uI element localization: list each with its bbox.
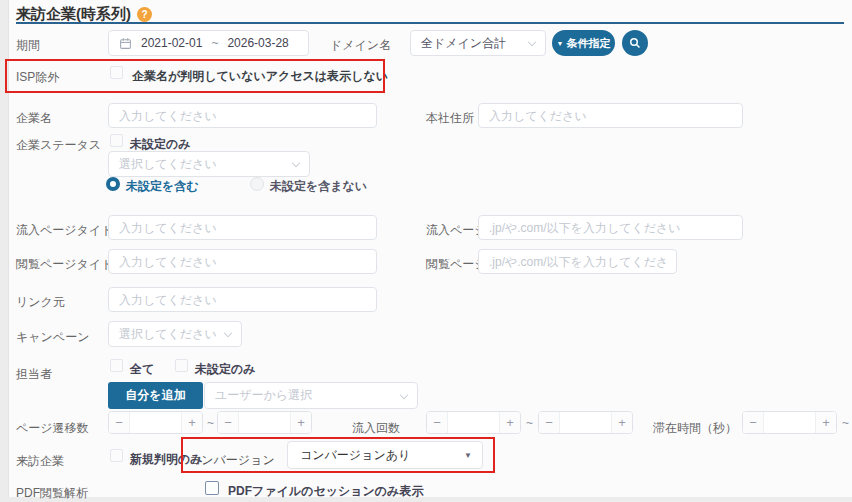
caret-down-icon: ▼ — [557, 40, 564, 47]
caret-down-icon: ▼ — [464, 451, 472, 460]
minus-button[interactable]: − — [427, 412, 448, 433]
chevron-down-icon — [224, 329, 232, 337]
isp-label: ISP除外 — [16, 69, 59, 86]
inflow-count-label: 流入回数 — [352, 420, 400, 437]
status-select[interactable]: 選択してください — [108, 151, 310, 177]
inflow-count-min-stepper: − + — [426, 411, 521, 434]
conversion-select[interactable]: コンバージョンあり ▼ — [287, 441, 483, 469]
status-unset-only-checkbox[interactable] — [110, 134, 123, 147]
page-transitions-max-input[interactable] — [239, 412, 290, 433]
minus-button[interactable]: − — [109, 412, 130, 433]
referrer-label: リンク元 — [16, 294, 65, 311]
status-select-placeholder: 選択してください — [119, 156, 217, 173]
company-name-label: 企業名 — [16, 110, 52, 127]
chevron-down-icon — [292, 159, 300, 167]
title-underline — [16, 22, 844, 24]
isp-option-label[interactable]: 企業名が判明していないアクセスは表示しない — [132, 68, 388, 85]
stay-time-min-input[interactable] — [764, 412, 815, 433]
pdf-session-checkbox[interactable] — [205, 481, 219, 495]
campaign-label: キャンペーン — [16, 329, 89, 346]
user-select-placeholder: ユーザーから選択 — [215, 387, 312, 404]
date-to-value[interactable]: 2026-03-28 — [227, 36, 288, 50]
exclude-unset-label[interactable]: 未設定を含まない — [270, 178, 367, 195]
pdf-analysis-label: PDF閲覧解析 — [16, 485, 88, 502]
calendar-icon — [119, 37, 132, 50]
add-self-button[interactable]: 自分を追加 — [108, 382, 203, 409]
conversion-label: コンバージョン — [189, 452, 275, 469]
stay-time-label: 滞在時間（秒） — [653, 420, 737, 437]
inflow-count-min-input[interactable] — [448, 412, 499, 433]
page-transitions-min-stepper: − + — [108, 411, 203, 434]
page-transitions-min-input[interactable] — [130, 412, 181, 433]
search-icon — [629, 37, 641, 49]
domain-select[interactable]: 全ドメイン合計 — [410, 30, 546, 56]
new-only-checkbox[interactable] — [110, 449, 123, 462]
company-status-label: 企業ステータス — [16, 137, 101, 154]
staff-all-label[interactable]: 全て — [130, 361, 154, 378]
pdf-session-label[interactable]: PDFファイルのセッションのみ表示 — [228, 483, 423, 500]
staff-all-checkbox[interactable] — [110, 359, 123, 372]
hq-address-input[interactable] — [478, 103, 743, 128]
inflow-url-input[interactable] — [478, 215, 743, 240]
inflow-page-title-input[interactable] — [108, 215, 377, 240]
range-tilde: ~ — [526, 416, 533, 430]
chevron-down-icon — [400, 390, 408, 398]
date-range-picker[interactable]: 2021-02-01 ~ 2026-03-28 — [108, 30, 309, 56]
minus-button[interactable]: − — [539, 412, 560, 433]
minus-button[interactable]: − — [218, 412, 239, 433]
minus-button[interactable]: − — [743, 412, 764, 433]
campaign-select-placeholder: 選択してください — [119, 326, 217, 343]
user-select[interactable]: ユーザーから選択 — [204, 382, 418, 409]
company-name-input[interactable] — [108, 103, 377, 128]
range-tilde: ~ — [842, 416, 849, 430]
range-tilde: ~ — [207, 416, 214, 430]
chevron-down-icon — [528, 38, 536, 46]
isp-checkbox[interactable] — [110, 66, 123, 79]
period-label: 期間 — [16, 37, 40, 54]
plus-button[interactable]: + — [611, 412, 632, 433]
staff-unset-only-checkbox[interactable] — [175, 359, 188, 372]
page-transitions-label: ページ遷移数 — [16, 420, 89, 437]
campaign-select[interactable]: 選択してください — [108, 321, 242, 347]
inflow-count-max-input[interactable] — [560, 412, 611, 433]
condition-button-label: 条件指定 — [566, 36, 610, 51]
staff-label: 担当者 — [16, 366, 52, 383]
include-unset-radio[interactable] — [106, 177, 120, 191]
page-transitions-max-stepper: − + — [217, 411, 312, 434]
plus-button[interactable]: + — [815, 412, 836, 433]
stay-time-min-stepper: − + — [742, 411, 837, 434]
plus-button[interactable]: + — [499, 412, 520, 433]
domain-label: ドメイン名 — [330, 37, 391, 54]
view-url-input[interactable] — [478, 249, 677, 274]
conversion-select-value: コンバージョンあり — [300, 447, 410, 464]
date-range-tilde: ~ — [211, 36, 218, 50]
inflow-count-max-stepper: − + — [538, 411, 633, 434]
plus-button[interactable]: + — [290, 412, 311, 433]
date-from-value[interactable]: 2021-02-01 — [141, 36, 202, 50]
view-page-title-input[interactable] — [108, 249, 377, 274]
condition-button[interactable]: ▼ 条件指定 — [552, 30, 615, 56]
hq-address-label: 本社住所 — [426, 110, 474, 127]
include-unset-label[interactable]: 未設定を含む — [126, 178, 199, 195]
help-icon[interactable]: ? — [137, 7, 152, 22]
referrer-input[interactable] — [108, 287, 377, 312]
visiting-company-label: 来訪企業 — [16, 453, 64, 470]
exclude-unset-radio[interactable] — [250, 177, 264, 191]
staff-unset-only-label[interactable]: 未設定のみ — [195, 361, 256, 378]
plus-button[interactable]: + — [181, 412, 202, 433]
search-button[interactable] — [622, 30, 648, 56]
domain-select-value: 全ドメイン合計 — [421, 35, 506, 52]
